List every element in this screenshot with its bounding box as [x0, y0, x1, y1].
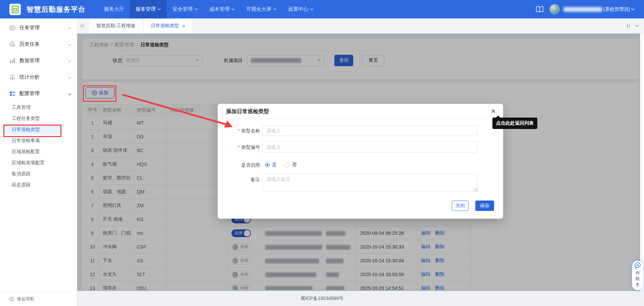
tabs-scroll-right-icon[interactable]	[626, 24, 630, 28]
manual-book-icon[interactable]	[536, 6, 544, 13]
sidebar-item-工程任务类型[interactable]: 工程任务类型	[0, 113, 77, 124]
nav-item-label: 服务管理	[136, 6, 156, 12]
sidebar-subitem-label: 取消原因	[12, 171, 31, 177]
sidebar-item-日常巡检类型[interactable]: 日常巡检类型	[0, 124, 77, 135]
app-logo-icon	[9, 4, 21, 15]
user-name-redacted	[564, 7, 602, 12]
sidebar-item-label: 历史任务	[19, 41, 68, 47]
enabled-radio-group: 是 否	[265, 160, 297, 170]
chevron-down-icon	[273, 8, 277, 10]
radio-yes[interactable]: 是	[265, 162, 277, 168]
nav-item-可视化大屏[interactable]: 可视化大屏	[240, 0, 282, 18]
scrollbar-track[interactable]	[640, 34, 644, 291]
sidebar-menu: 任务管理历史任务数据管理统计分析配置管理工具管理工程任务类型日常巡检类型日常巡检…	[0, 18, 77, 190]
sidebar-item-数据管理[interactable]: 数据管理	[0, 52, 77, 69]
sidebar: 任务管理历史任务数据管理统计分析配置管理工具管理工程任务类型日常巡检类型日常巡检…	[0, 18, 77, 306]
sidebar-item-统计分析[interactable]: 统计分析	[0, 69, 77, 85]
svg-text:AI: AI	[636, 264, 639, 266]
remark-label: 备注	[218, 174, 260, 185]
sidebar-item-历史任务[interactable]: 历史任务	[0, 36, 77, 52]
sidebar-item-配置管理[interactable]: 配置管理	[0, 85, 77, 102]
type-code-label: *类型编号	[218, 142, 260, 152]
sidebar-item-任务管理[interactable]: 任务管理	[0, 19, 77, 36]
dialog-title: 添加日常巡检类型	[226, 108, 269, 115]
sidebar-item-工具管理[interactable]: 工具管理	[0, 102, 77, 113]
sidebar-item-延迟原因[interactable]: 延迟原因	[0, 179, 77, 190]
tasks-icon	[9, 25, 15, 31]
ai-assistant-label: AI助手	[636, 270, 640, 288]
config-icon	[9, 91, 15, 97]
dialog-close-button[interactable]: 关闭	[452, 201, 469, 211]
collapse-nav-icon	[9, 297, 14, 301]
close-hint-tooltip: 点击此处返回列表	[492, 118, 537, 129]
nav-item-服务大厅[interactable]: 服务大厅	[98, 0, 130, 18]
type-name-label: *类型名称	[218, 125, 260, 136]
tab-label: 日常巡检类型	[151, 23, 179, 29]
tabbar-right-controls	[626, 18, 644, 33]
tab-close-icon[interactable]: ×	[182, 23, 185, 29]
ai-assistant-button[interactable]: AI AI助手	[632, 261, 643, 290]
tabs-scroll-left-icon[interactable]	[77, 18, 89, 33]
dialog-save-button[interactable]: 保存	[475, 201, 494, 211]
nav-item-label: 成本管理	[209, 6, 229, 12]
remark-textarea[interactable]	[262, 174, 477, 191]
nav-item-label: 服务大厅	[104, 6, 124, 12]
chevron-down-icon	[68, 77, 71, 79]
history-icon	[9, 41, 15, 47]
nav-item-label: 可视化大屏	[246, 6, 271, 12]
sidebar-item-label: 配置管理	[19, 90, 68, 97]
sidebar-subitem-label: 日常巡检类型	[12, 127, 40, 133]
tabs: 智慧后勤-工程维修日常巡检类型×	[89, 18, 193, 33]
stats-icon	[9, 74, 15, 80]
chevron-down-icon	[194, 8, 198, 10]
ai-label-char: 手	[636, 282, 640, 288]
sidebar-item-取消原因[interactable]: 取消原因	[0, 168, 77, 179]
sidebar-subitem-label: 工具管理	[12, 104, 31, 111]
radio-circle-icon	[265, 163, 270, 167]
dialog-header: 添加日常巡检类型 ✕	[218, 104, 503, 119]
required-asterisk: *	[238, 144, 240, 150]
radio-circle-icon	[285, 163, 289, 167]
textarea-resize-handle[interactable]	[475, 188, 478, 191]
sidebar-item-label: 任务管理	[19, 25, 68, 31]
type-name-input[interactable]	[262, 125, 477, 136]
tab-日常巡检类型[interactable]: 日常巡检类型×	[143, 18, 193, 33]
nav-item-服务管理[interactable]: 服务管理	[130, 0, 167, 18]
sidebar-subitem-label: 延迟原因	[12, 182, 31, 188]
chevron-down-icon	[68, 93, 71, 95]
data-icon	[9, 58, 15, 64]
dialog-close-icon[interactable]: ✕	[491, 108, 496, 115]
collapse-nav-button[interactable]: 收起导航	[0, 291, 77, 306]
required-asterisk: *	[238, 128, 240, 133]
add-inspection-type-dialog: 添加日常巡检类型 ✕ *类型名称 *类型编号 是否启用 是 否 备注	[218, 104, 503, 219]
tabs-menu-chevron-icon[interactable]	[635, 25, 639, 27]
sidebar-item-区域检查项配置[interactable]: 区域检查项配置	[0, 157, 77, 168]
sidebar-subitem-label: 工程任务类型	[12, 116, 40, 122]
chevron-down-icon	[68, 44, 71, 46]
nav-item-成本管理[interactable]: 成本管理	[204, 0, 240, 18]
nav-item-安全管理[interactable]: 安全管理	[167, 0, 204, 18]
sidebar-submenu: 工具管理工程任务类型日常巡检类型日常巡检事项区域巡检配置区域检查项配置取消原因延…	[0, 102, 77, 190]
page-footer: 蜀ICP备19034998号	[77, 291, 644, 306]
chevron-down-icon	[68, 60, 71, 62]
user-role-dropdown[interactable]: (系统管理员)	[603, 6, 635, 12]
sidebar-item-日常巡检事项[interactable]: 日常巡检事项	[0, 135, 77, 146]
chevron-down-icon	[68, 27, 71, 30]
sidebar-item-区域巡检配置[interactable]: 区域巡检配置	[0, 146, 77, 157]
nav-item-label: 安全管理	[172, 6, 193, 12]
nav-item-设置中心[interactable]: 设置中心	[282, 0, 319, 18]
ai-label-char: 助	[636, 276, 640, 282]
radio-no[interactable]: 否	[285, 162, 297, 168]
enabled-label: 是否启用	[218, 160, 260, 170]
type-code-input[interactable]	[262, 142, 477, 152]
nav-item-label: 设置中心	[288, 6, 308, 12]
ai-assistant-icon: AI	[634, 262, 641, 269]
nav-menu: 服务大厅服务管理安全管理成本管理可视化大屏设置中心	[98, 0, 319, 18]
app-window: 智慧后勤服务平台 服务大厅服务管理安全管理成本管理可视化大屏设置中心 (系统管理…	[0, 0, 644, 306]
tab-智慧后勤-工程维修[interactable]: 智慧后勤-工程维修	[89, 18, 143, 33]
chevron-down-icon	[310, 8, 314, 10]
ai-label-char: AI	[636, 270, 639, 276]
user-avatar[interactable]	[550, 4, 559, 14]
navbar-right: (系统管理员)	[536, 4, 644, 14]
sidebar-subitem-label: 区域检查项配置	[12, 160, 45, 166]
